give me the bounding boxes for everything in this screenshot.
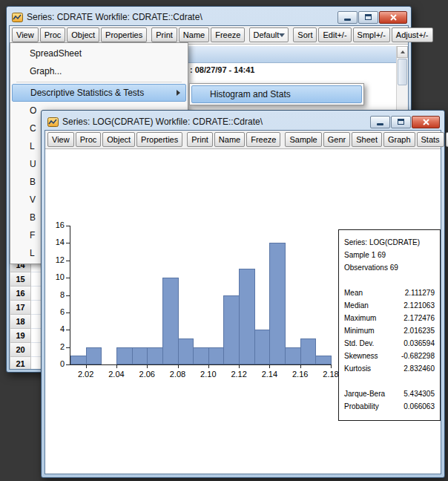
stat-value: -0.682298 bbox=[401, 350, 435, 362]
menu-item-histogram-and-stats[interactable]: Histogram and Stats bbox=[191, 85, 362, 103]
scroll-up-icon[interactable] bbox=[397, 46, 408, 58]
toolbar-button-object[interactable]: Object bbox=[102, 132, 135, 147]
scrollbar-thumb[interactable] bbox=[398, 59, 407, 85]
histogram-bar bbox=[116, 347, 133, 364]
toolbar-button-proc[interactable]: Proc bbox=[76, 132, 102, 147]
toolbar-button-edit-[interactable]: Edit+/- bbox=[318, 27, 351, 42]
y-tick bbox=[66, 330, 70, 330]
fg-titlebar[interactable]: Series: LOG(CDRATE) Workfile: CDRATE::Cd… bbox=[45, 114, 441, 130]
stats-spacer bbox=[344, 375, 435, 387]
menu-item-spreadsheet[interactable]: SpreadSheet bbox=[12, 45, 186, 62]
histogram-bar bbox=[147, 347, 163, 364]
stat-value: 0.036594 bbox=[403, 337, 435, 350]
row-header[interactable]: 20 bbox=[10, 343, 31, 357]
y-tick-label: 16 bbox=[45, 220, 65, 229]
minimize-button[interactable] bbox=[337, 11, 358, 24]
fg-toolbar: ViewProcObjectProperties PrintNameFreeze… bbox=[45, 131, 441, 149]
x-tick bbox=[116, 365, 117, 368]
menu-separator bbox=[16, 82, 182, 82]
toolbar-button-adjust-[interactable]: Adjust+/- bbox=[392, 27, 433, 42]
y-tick-label: 14 bbox=[45, 238, 65, 246]
toolbar-button-object[interactable]: Object bbox=[67, 27, 99, 42]
maximize-button[interactable] bbox=[391, 116, 411, 128]
x-tick-label: 2.06 bbox=[132, 370, 162, 379]
stat-value: 2.172476 bbox=[403, 312, 435, 324]
default-combobox[interactable]: Default bbox=[249, 27, 289, 42]
histogram-bar bbox=[208, 347, 225, 364]
x-tick bbox=[147, 365, 148, 368]
y-tick-label: 4 bbox=[45, 324, 65, 333]
toolbar-button-name[interactable]: Name bbox=[179, 27, 209, 42]
histogram-bar bbox=[193, 347, 209, 364]
toolbar-button-print[interactable]: Print bbox=[151, 27, 177, 42]
x-tick bbox=[178, 365, 179, 368]
row-header[interactable]: 21 bbox=[10, 357, 31, 369]
menu-item-descriptive-stats[interactable]: Descriptive Statistics & Tests bbox=[12, 84, 186, 102]
y-tick bbox=[66, 347, 70, 348]
stat-label: Jarque-Bera bbox=[344, 387, 385, 400]
toolbar-button-proc[interactable]: Proc bbox=[40, 27, 66, 42]
histogram-bar bbox=[70, 356, 87, 364]
stat-value: 2.121063 bbox=[403, 299, 435, 312]
toolbar-button-properties[interactable]: Properties bbox=[101, 27, 147, 42]
stat-label: Std. Dev. bbox=[344, 337, 374, 350]
foreground-window: Series: LOG(CDRATE) Workfile: CDRATE::Cd… bbox=[41, 110, 445, 478]
x-tick bbox=[208, 365, 209, 368]
close-button[interactable] bbox=[379, 11, 407, 24]
stats-row: Maximum2.172476 bbox=[344, 312, 435, 324]
row-header[interactable]: 17 bbox=[10, 301, 31, 315]
y-tick-label: 12 bbox=[45, 255, 65, 264]
toolbar-button-ident[interactable]: Ident bbox=[446, 132, 448, 147]
x-tick-label: 2.16 bbox=[286, 370, 315, 379]
row-header[interactable]: 15 bbox=[10, 272, 31, 287]
toolbar-button-freeze[interactable]: Freeze bbox=[246, 132, 280, 147]
stat-label: Skewness bbox=[344, 350, 378, 362]
toolbar-button-sample[interactable]: Sample bbox=[285, 132, 321, 147]
stat-value: 2.016235 bbox=[403, 324, 435, 337]
close-button[interactable] bbox=[412, 116, 440, 128]
toolbar-button-view[interactable]: View bbox=[47, 132, 74, 147]
descriptive-stats-submenu: Histogram and Stats bbox=[189, 83, 364, 105]
toolbar-button-freeze[interactable]: Freeze bbox=[211, 27, 245, 42]
stat-label: Minimum bbox=[344, 324, 375, 337]
stats-header-line: Sample 1 69 bbox=[344, 249, 435, 261]
toolbar-button-smpl-[interactable]: Smpl+/- bbox=[353, 27, 390, 42]
x-tick-label: 2.18 bbox=[316, 370, 346, 379]
toolbar-button-sort[interactable]: Sort bbox=[293, 27, 317, 42]
y-tick-label: 0 bbox=[45, 359, 65, 368]
toolbar-button-stats[interactable]: Stats bbox=[417, 132, 444, 147]
minimize-button[interactable] bbox=[370, 116, 390, 128]
maximize-button[interactable] bbox=[358, 11, 378, 24]
toolbar-button-print[interactable]: Print bbox=[187, 132, 213, 147]
toolbar-button-view[interactable]: View bbox=[12, 27, 39, 42]
stats-row: Probability0.066063 bbox=[344, 400, 435, 413]
fg-window-title: Series: LOG(CDRATE) Workfile: CDRATE::Cd… bbox=[62, 117, 366, 127]
histogram-bar bbox=[300, 338, 317, 364]
x-tick-label: 2.12 bbox=[224, 370, 254, 379]
submenu-arrow-icon bbox=[177, 90, 180, 96]
y-tick-label: 6 bbox=[45, 307, 65, 316]
toolbar-button-properties[interactable]: Properties bbox=[136, 132, 182, 147]
stats-row: Kurtosis2.832460 bbox=[344, 362, 435, 375]
toolbar-button-name[interactable]: Name bbox=[214, 132, 245, 147]
bg-titlebar[interactable]: Series: CDRATE Workfile: CDRATE::Cdrate\ bbox=[9, 9, 409, 25]
y-tick bbox=[66, 261, 70, 261]
histogram-bar bbox=[86, 347, 102, 364]
toolbar-button-genr[interactable]: Genr bbox=[323, 132, 350, 147]
x-tick-label: 2.08 bbox=[163, 370, 193, 379]
row-header[interactable]: 19 bbox=[10, 329, 31, 343]
desktop: Series: CDRATE Workfile: CDRATE::Cdrate\… bbox=[0, 0, 448, 481]
y-tick bbox=[66, 364, 70, 365]
x-tick-label: 2.14 bbox=[254, 370, 284, 379]
menu-item-graph[interactable]: Graph... bbox=[12, 62, 186, 80]
y-tick-label: 10 bbox=[45, 272, 65, 281]
y-tick-label: 2 bbox=[45, 342, 65, 351]
toolbar-button-graph[interactable]: Graph bbox=[383, 132, 415, 147]
stats-row: Median2.121063 bbox=[344, 299, 435, 312]
histogram-bar bbox=[239, 269, 255, 364]
stats-row: Minimum2.016235 bbox=[344, 324, 435, 337]
row-header[interactable]: 16 bbox=[10, 287, 31, 301]
x-tick bbox=[331, 365, 332, 368]
row-header[interactable]: 18 bbox=[10, 315, 31, 329]
toolbar-button-sheet[interactable]: Sheet bbox=[352, 132, 382, 147]
